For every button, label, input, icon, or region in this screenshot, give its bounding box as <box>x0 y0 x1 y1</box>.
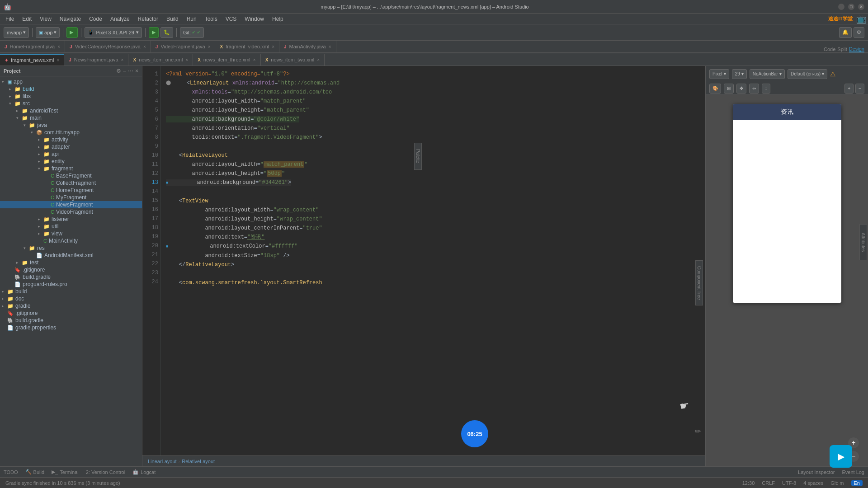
tree-node-libs[interactable]: ▸ 📁 libs <box>0 93 142 100</box>
tab-close-icon[interactable]: × <box>253 57 256 62</box>
tree-node-app[interactable]: ▾ ▣ app <box>0 78 142 85</box>
tree-node-src[interactable]: ▾ 📁 src <box>0 100 142 107</box>
maximize-button[interactable]: □ <box>848 4 854 10</box>
tab-videocategoryresponse[interactable]: J VideoCategoryResponse.java × <box>65 41 151 52</box>
event-log-btn[interactable]: Event Log <box>842 469 864 475</box>
tree-node-androidmanifest[interactable]: ▸ 📄 AndroidManifest.xml <box>0 252 142 259</box>
tree-node-test[interactable]: ▸ 📁 test <box>0 259 142 266</box>
bilibili-button[interactable]: ▶ <box>830 445 852 468</box>
settings-button[interactable]: ⚙ <box>854 27 864 38</box>
gear-icon[interactable]: ⚙ <box>116 68 121 74</box>
tab-mainactivity-java[interactable]: J MainActivity.java × <box>279 41 336 52</box>
tree-node-androidtest[interactable]: ▸ 📁 androidTest <box>0 107 142 114</box>
tab-fragment-video-xml[interactable]: X fragment_video.xml × <box>215 41 279 52</box>
tab-newsfragment-java[interactable]: J NewsFragment.java × <box>64 54 128 66</box>
tab-news-item-two-xml[interactable]: X news_item_two.xml × <box>261 54 325 66</box>
preview-minus-btn[interactable]: − <box>855 84 864 94</box>
palette-tab[interactable]: Palette <box>414 143 422 170</box>
tab-close-icon[interactable]: × <box>329 44 331 49</box>
run-button[interactable]: ▶ <box>66 27 78 38</box>
project-dropdown[interactable]: myapp ▾ <box>4 27 29 38</box>
tab-news-item-one-xml[interactable]: X news_item_one.xml × <box>128 54 193 66</box>
code-tab[interactable]: Code <box>824 47 835 52</box>
run-app-button[interactable]: ▶ <box>149 27 159 38</box>
tree-node-gradleprops[interactable]: ▸ 📄 gradle.properties <box>0 324 142 331</box>
version-control-tab[interactable]: 2: Version Control <box>86 469 125 475</box>
preview-pixel-dropdown[interactable]: Pixel ▾ <box>709 69 729 79</box>
terminal-tab[interactable]: ▶_ Terminal <box>52 469 79 475</box>
menu-build[interactable]: Build <box>163 15 182 23</box>
notifications-button[interactable]: 🔔 <box>839 27 852 38</box>
tab-videofragment-java[interactable]: J VideoFragment.java × <box>151 41 216 52</box>
tree-node-util[interactable]: ▸ 📁 util <box>0 223 142 230</box>
tree-node-gradle[interactable]: ▸ 📁 gradle <box>0 302 142 310</box>
tree-node-java[interactable]: ▾ 📁 java <box>0 122 142 129</box>
menu-edit[interactable]: Edit <box>19 15 35 23</box>
tab-close-icon[interactable]: × <box>57 44 60 49</box>
tab-close-icon[interactable]: × <box>185 57 188 62</box>
tree-node-newsfragment[interactable]: ▸ C NewsFragment <box>0 201 142 208</box>
tree-node-fragment[interactable]: ▾ 📁 fragment <box>0 165 142 172</box>
time-widget[interactable]: 06:25 <box>461 420 488 447</box>
tab-close-icon[interactable]: × <box>208 44 211 49</box>
language-switcher[interactable]: En <box>851 480 863 486</box>
breadcrumb-linearlayout[interactable]: LinearLayout <box>148 459 177 464</box>
tree-node-mainactivity[interactable]: ▸ C MainActivity <box>0 237 142 244</box>
line-separator[interactable]: CRLF <box>762 480 775 486</box>
menu-tools[interactable]: Tools <box>201 15 221 23</box>
preview-icon-btn-5[interactable]: ↕ <box>762 84 770 94</box>
git-controls[interactable]: Git: ✓ ✓ <box>180 27 204 38</box>
device-dropdown[interactable]: 📱 Pixel 3 XL API 29 ▾ <box>85 27 142 38</box>
menu-window[interactable]: Window <box>241 15 268 23</box>
collapse-icon[interactable]: – <box>123 68 126 74</box>
cursor-position[interactable]: 12:30 <box>742 480 755 486</box>
tree-node-activity[interactable]: ▸ 📁 activity <box>0 136 142 143</box>
logcat-tab[interactable]: 🤖 Logcat <box>132 469 156 475</box>
preview-zoom-dropdown[interactable]: 29 ▾ <box>732 69 747 79</box>
menu-help[interactable]: Help <box>269 15 287 23</box>
tab-fragment-news-xml[interactable]: ✦ fragment_news.xml × <box>0 54 64 66</box>
tree-node-basefragment[interactable]: ▸ C BaseFragment <box>0 172 142 179</box>
menu-code[interactable]: Code <box>85 15 106 23</box>
build-tab[interactable]: 🔨 Build <box>25 469 44 475</box>
close-button[interactable]: ✕ <box>858 4 864 10</box>
component-tree-tab[interactable]: Component Tree <box>695 260 703 305</box>
menu-navigate[interactable]: Navigate <box>56 15 85 23</box>
git-branch[interactable]: Git: m <box>830 480 844 486</box>
debug-button[interactable]: 🐛 <box>160 27 173 38</box>
tree-node-myfragment[interactable]: ▸ C MyFragment <box>0 194 142 201</box>
menu-run[interactable]: Run <box>183 15 200 23</box>
indent-info[interactable]: 4 spaces <box>803 480 823 486</box>
tree-node-package[interactable]: ▾ 📦 com.ttit.myapp <box>0 129 142 136</box>
tree-node-videofragment[interactable]: ▸ C VideoFragment <box>0 208 142 216</box>
tree-node-buildgradle-app[interactable]: ▸ 🐘 build.gradle <box>0 273 142 281</box>
tree-node-collectfragment[interactable]: ▸ C CollectFragment <box>0 179 142 187</box>
preview-locale-dropdown[interactable]: Default (en-us) ▾ <box>788 69 827 79</box>
settings-icon[interactable]: ⋯ <box>128 68 133 74</box>
preview-icon-btn-1[interactable]: 🎨 <box>709 84 721 94</box>
tab-homefragment-java[interactable]: J HomeFragment.java × <box>0 41 65 52</box>
tree-node-doc[interactable]: ▸ 📁 doc <box>0 295 142 302</box>
attributes-tab[interactable]: Attributes <box>859 224 867 260</box>
menu-analyze[interactable]: Analyze <box>107 15 133 23</box>
todo-tab[interactable]: TODO <box>4 469 18 475</box>
file-encoding[interactable]: UTF-8 <box>782 480 796 486</box>
tree-node-gitignore-app[interactable]: ▸ 🔖 .gitignore <box>0 266 142 273</box>
code-editor[interactable]: <?xml version="1.0" encoding="utf-8"?> ⬤… <box>160 66 700 455</box>
menu-vcs[interactable]: VCS <box>222 15 241 23</box>
tree-node-main[interactable]: ▾ 📁 main <box>0 114 142 122</box>
preview-actionbar-dropdown[interactable]: NoActionBar ▾ <box>750 69 785 79</box>
tab-close-icon[interactable]: × <box>121 57 124 62</box>
tree-node-homefragment[interactable]: ▸ C HomeFragment <box>0 187 142 194</box>
tree-node-view[interactable]: ▸ 📁 view <box>0 230 142 237</box>
tree-node-buildgradle-root[interactable]: ▸ 🐘 build.gradle <box>0 317 142 324</box>
minimize-button[interactable]: ─ <box>838 4 844 10</box>
layout-inspector-btn[interactable]: Layout Inspector <box>798 469 835 475</box>
tab-close-icon[interactable]: × <box>317 57 320 62</box>
preview-plus-btn[interactable]: + <box>844 84 854 94</box>
close-panel-icon[interactable]: × <box>135 68 138 74</box>
tree-node-api[interactable]: ▸ 📁 api <box>0 150 142 158</box>
tree-node-gitignore-root[interactable]: ▸ 🔖 .gitignore <box>0 310 142 317</box>
tab-close-icon[interactable]: × <box>272 44 274 49</box>
design-tab[interactable]: Design <box>849 46 864 52</box>
